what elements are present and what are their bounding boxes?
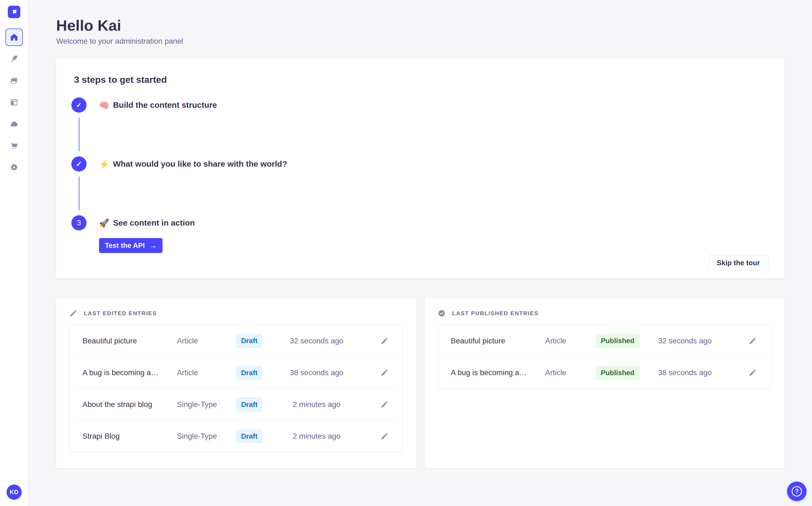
test-the-api-button[interactable]: Test the API → <box>99 238 163 253</box>
sidebar-item-marketplace[interactable] <box>5 137 23 155</box>
edit-entry-button[interactable] <box>379 367 390 378</box>
step-1-label: 🧠 Build the content structure <box>99 100 768 110</box>
last-edited-card: LAST EDITED ENTRIES Beautiful picture Ar… <box>56 298 416 468</box>
table-row[interactable]: A bug is becoming a… Article Published 3… <box>444 357 765 389</box>
sidebar-item-settings[interactable] <box>5 159 23 176</box>
check-icon: ✓ <box>76 160 82 168</box>
sidebar-item-content-manager[interactable] <box>5 50 23 68</box>
entry-time: 38 seconds ago <box>281 368 353 377</box>
entry-time: 32 seconds ago <box>281 337 353 345</box>
brain-emoji-icon: 🧠 <box>99 100 109 110</box>
step-2-done-circle: ✓ <box>71 156 87 172</box>
check-icon: ✓ <box>76 101 82 109</box>
entry-kind: Article <box>545 337 587 345</box>
last-edited-table: Beautiful picture Article Draft 32 secon… <box>69 325 403 452</box>
last-published-card: LAST PUBLISHED ENTRIES Beautiful picture… <box>425 298 785 468</box>
last-published-header: LAST PUBLISHED ENTRIES <box>438 309 772 317</box>
table-row[interactable]: About the strapi blog Single-Type Draft … <box>76 389 397 420</box>
images-icon <box>10 76 18 85</box>
table-row[interactable]: A bug is becoming a… Article Draft 38 se… <box>76 357 397 389</box>
pencil-icon <box>69 309 77 317</box>
widgets-grid: LAST EDITED ENTRIES Beautiful picture Ar… <box>56 298 785 468</box>
entry-title: A bug is becoming a… <box>451 368 545 377</box>
status-badge: Draft <box>236 398 262 411</box>
edit-entry-button[interactable] <box>379 335 390 347</box>
sidebar-bottom: KD <box>0 480 28 506</box>
main-content: Hello Kai Welcome to your administration… <box>28 0 812 468</box>
guided-tour-card: 3 steps to get started ✓ 🧠 Build the con… <box>56 59 785 278</box>
home-icon <box>10 33 18 41</box>
status-badge: Draft <box>236 366 262 380</box>
step-1-done-circle: ✓ <box>71 97 87 113</box>
sidebar-divider-top <box>0 23 28 24</box>
last-published-table: Beautiful picture Article Published 32 s… <box>438 325 772 389</box>
strapi-logo[interactable] <box>8 6 20 18</box>
table-row[interactable]: Beautiful picture Article Published 32 s… <box>444 325 765 357</box>
status-badge: Published <box>596 366 639 380</box>
tour-step-1: ✓ 🧠 Build the content structure <box>71 97 768 113</box>
last-edited-title: LAST EDITED ENTRIES <box>84 310 157 317</box>
entry-time: 2 minutes ago <box>281 432 353 441</box>
step-2-label: ⚡ What would you like to share with the … <box>99 159 768 169</box>
sidebar-item-cloud[interactable] <box>5 115 23 133</box>
sidebar-item-content-type-builder[interactable] <box>5 94 23 111</box>
table-row[interactable]: Strapi Blog Single-Type Draft 2 minutes … <box>76 420 397 452</box>
edit-entry-button[interactable] <box>379 399 390 410</box>
tour-step-2: ✓ ⚡ What would you like to share with th… <box>71 156 768 172</box>
edit-entry-button[interactable] <box>379 430 390 442</box>
user-avatar[interactable]: KD <box>6 485 22 500</box>
pencil-icon <box>380 369 389 377</box>
last-published-title: LAST PUBLISHED ENTRIES <box>452 310 538 317</box>
step-connector-2 <box>71 172 768 215</box>
step-1-text: Build the content structure <box>113 100 217 110</box>
strapi-logo-icon <box>11 8 18 15</box>
pencil-icon <box>380 400 389 409</box>
pencil-icon <box>748 337 757 345</box>
table-row[interactable]: Beautiful picture Article Draft 32 secon… <box>76 325 397 357</box>
pencil-icon <box>380 337 389 345</box>
step-3-text: See content in action <box>113 218 195 228</box>
page-title: Hello Kai <box>56 17 785 34</box>
step-3-label: 🚀 See content in action <box>99 218 768 228</box>
entry-title: Beautiful picture <box>451 337 545 345</box>
entry-time: 38 seconds ago <box>649 368 721 377</box>
entry-title: A bug is becoming a… <box>83 368 177 377</box>
sidebar-divider-bottom <box>0 480 28 481</box>
edit-entry-button[interactable] <box>747 367 758 378</box>
tour-step-3: 3 🚀 See content in action <box>71 215 768 231</box>
status-badge: Draft <box>236 334 262 347</box>
cart-icon <box>10 142 18 150</box>
feather-icon <box>10 55 18 63</box>
entry-kind: Article <box>177 337 218 345</box>
entry-title: About the strapi blog <box>83 400 177 409</box>
sidebar: KD <box>0 0 28 506</box>
connector-line <box>79 176 80 210</box>
arrow-right-icon: → <box>149 241 157 250</box>
connector-line <box>79 117 80 152</box>
gear-icon <box>10 163 18 172</box>
entry-title: Strapi Blog <box>83 432 177 441</box>
entry-time: 32 seconds ago <box>649 337 721 345</box>
status-badge: Published <box>596 334 639 347</box>
sidebar-item-media-library[interactable] <box>5 72 23 89</box>
step-3-number-circle: 3 <box>71 215 87 231</box>
page-header: Hello Kai Welcome to your administration… <box>56 0 785 46</box>
step-connector-1 <box>71 113 768 156</box>
page-subtitle: Welcome to your administration panel <box>56 37 785 46</box>
step-3-number: 3 <box>77 219 81 227</box>
entry-title: Beautiful picture <box>83 337 177 345</box>
cloud-icon <box>10 120 18 129</box>
entry-time: 2 minutes ago <box>281 400 353 409</box>
step-3-cta-row: Test the API → <box>71 231 768 253</box>
guided-tour-title: 3 steps to get started <box>74 74 768 85</box>
skip-the-tour-button[interactable]: Skip the tour <box>708 255 768 270</box>
edit-entry-button[interactable] <box>747 335 758 347</box>
pencil-icon <box>380 432 389 440</box>
entry-kind: Article <box>545 368 587 377</box>
test-the-api-label: Test the API <box>105 241 144 250</box>
sidebar-item-home[interactable] <box>5 28 23 46</box>
help-button[interactable]: ? <box>787 482 807 501</box>
last-edited-header: LAST EDITED ENTRIES <box>69 309 403 317</box>
pencil-icon <box>748 369 757 377</box>
check-circle-icon <box>438 309 446 317</box>
